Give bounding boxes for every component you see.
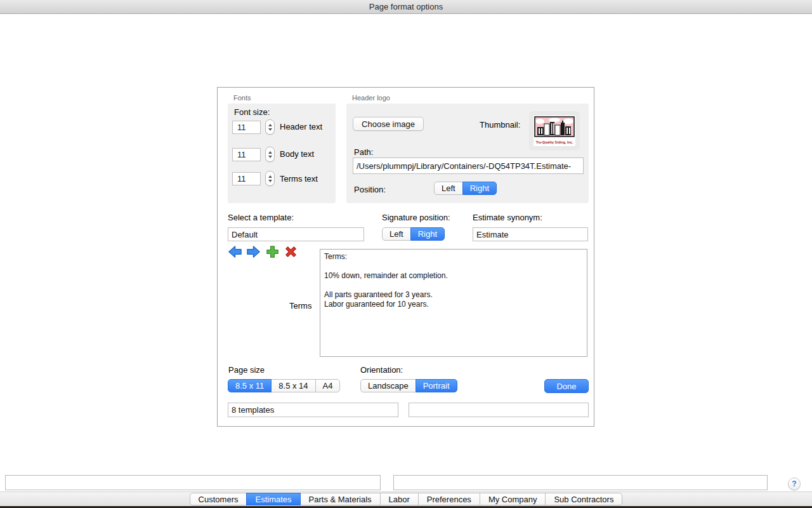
company-logo-image: Tru-Quality Siding, Inc.	[534, 116, 575, 146]
body-text-size-label: Body text	[280, 149, 314, 159]
terms-text-size-input[interactable]: 11	[232, 172, 261, 185]
help-button[interactable]: ?	[788, 478, 801, 490]
terms-label: Terms	[289, 301, 311, 311]
page-size-label: Page size	[228, 365, 265, 375]
stepper-up-icon[interactable]	[268, 175, 272, 178]
orientation-segmented-option-portrait[interactable]: Portrait	[416, 379, 457, 392]
terms-textarea[interactable]: Terms: 10% down, remainder at completion…	[320, 249, 587, 357]
body-text-size-input[interactable]: 11	[232, 148, 261, 161]
question-mark-icon: ?	[792, 479, 796, 488]
logo-position-segmented-option-left[interactable]: Left	[434, 182, 463, 195]
header-text-size-stepper[interactable]	[265, 119, 275, 135]
window-titlebar: Page format options	[0, 0, 812, 14]
page-size-segmented-option-8-5-x-11[interactable]: 8.5 x 11	[228, 379, 272, 392]
page-size-segmented-option-8-5-x-14[interactable]: 8.5 x 14	[271, 379, 315, 392]
signature-position-label: Signature position:	[382, 213, 450, 222]
dialog-footer-field[interactable]	[409, 403, 589, 417]
main-tabbar-option-parts-materials[interactable]: Parts & Materials	[300, 493, 381, 505]
stepper-down-icon[interactable]	[268, 156, 272, 158]
template-input[interactable]: Default	[228, 227, 364, 241]
header-logo-group-label: Header logo	[352, 94, 390, 102]
orientation-segmented: LandscapePortrait	[360, 379, 457, 392]
bottom-left-field[interactable]	[5, 475, 381, 490]
main-tabbar-option-sub-contractors[interactable]: Sub Contractors	[545, 493, 622, 505]
thumbnail-label: Thumbnail:	[480, 120, 520, 130]
header-text-size-label: Header text	[280, 122, 322, 131]
orientation-label: Orientation:	[360, 365, 403, 375]
signature-position-segmented: LeftRight	[382, 227, 445, 241]
next-template-button[interactable]	[246, 244, 261, 259]
page-size-segmented: 8.5 x 118.5 x 14A4	[228, 379, 340, 392]
delete-template-button[interactable]	[284, 244, 298, 259]
position-label: Position:	[354, 185, 386, 194]
main-tabbar-option-preferences[interactable]: Preferences	[418, 493, 480, 505]
bottom-right-field[interactable]	[393, 475, 768, 490]
arrow-left-icon	[228, 244, 242, 259]
header-text-size-input[interactable]: 11	[232, 121, 261, 134]
stepper-up-icon[interactable]	[268, 151, 272, 154]
company-logo-caption: Tru-Quality Siding, Inc.	[536, 140, 573, 144]
main-tabbar-option-my-company[interactable]: My Company	[480, 493, 546, 505]
orientation-segmented-option-landscape[interactable]: Landscape	[360, 379, 416, 392]
main-tabbar: CustomersEstimatesParts & MaterialsLabor…	[190, 493, 623, 505]
stepper-up-icon[interactable]	[268, 124, 272, 126]
plus-icon	[265, 244, 280, 259]
main-tabbar-option-customers[interactable]: Customers	[190, 493, 247, 505]
x-icon	[284, 244, 298, 259]
stepper-down-icon[interactable]	[268, 180, 272, 182]
done-button[interactable]: Done	[544, 379, 589, 393]
path-label: Path:	[354, 147, 373, 157]
choose-image-button[interactable]: Choose image	[353, 117, 424, 131]
signature-position-segmented-option-left[interactable]: Left	[382, 227, 411, 241]
templates-count-field: 8 templates	[228, 403, 398, 417]
thumbnail-image-well: Tru-Quality Siding, Inc.	[529, 111, 580, 150]
fonts-group-label: Fonts	[233, 94, 251, 102]
estimate-synonym-input[interactable]: Estimate	[473, 227, 588, 241]
body-text-size-stepper[interactable]	[265, 147, 275, 162]
stepper-down-icon[interactable]	[268, 128, 272, 131]
font-size-label: Font size:	[234, 107, 270, 117]
signature-position-segmented-option-right[interactable]: Right	[410, 227, 445, 241]
path-input[interactable]: /Users/plummpj/Library/Containers/-DQ54T…	[353, 157, 584, 174]
page-format-dialog: Fonts Font size: 11 Header text 11 Body …	[217, 87, 594, 427]
main-tabbar-option-labor[interactable]: Labor	[380, 493, 419, 505]
logo-position-segmented: LeftRight	[434, 182, 497, 195]
bottom-tab-strip: CustomersEstimatesParts & MaterialsLabor…	[0, 491, 812, 506]
select-template-label: Select a template:	[228, 213, 294, 222]
estimate-synonym-label: Estimate synonym:	[473, 213, 542, 222]
add-template-button[interactable]	[265, 244, 280, 259]
page-size-segmented-option-a4[interactable]: A4	[315, 379, 341, 392]
logo-position-segmented-option-right[interactable]: Right	[462, 182, 497, 195]
main-tabbar-option-estimates[interactable]: Estimates	[246, 493, 300, 505]
previous-template-button[interactable]	[228, 244, 242, 259]
terms-text-size-stepper[interactable]	[265, 171, 275, 186]
arrow-right-icon	[246, 244, 261, 259]
terms-text-size-label: Terms text	[280, 174, 318, 184]
window-title: Page format options	[369, 2, 443, 11]
